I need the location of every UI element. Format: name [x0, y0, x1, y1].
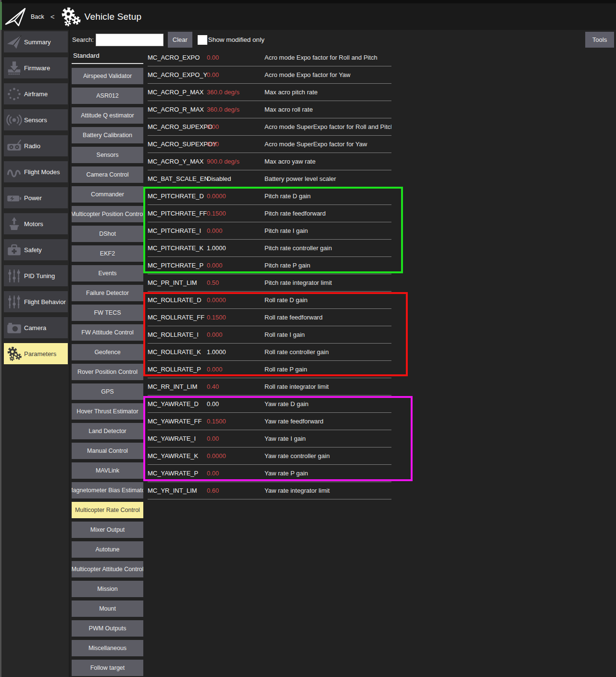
tuning-sliders-icon: [4, 268, 24, 284]
sidebar-item[interactable]: Camera: [4, 317, 68, 338]
parameter-value: 0.00: [207, 400, 264, 408]
show-modified-label: Show modified only: [208, 36, 264, 43]
sidebar-item[interactable]: Airframe: [4, 83, 68, 104]
category-button[interactable]: Rover Position Control: [72, 364, 143, 380]
category-button[interactable]: Attitude Q estimator: [72, 107, 143, 124]
sidebar-item[interactable]: Radio: [4, 135, 68, 156]
category-button-label: FW Attitude Control: [81, 329, 133, 336]
sidebar-item[interactable]: Power: [4, 187, 68, 208]
parameter-row[interactable]: MC_ROLLRATE_K 1.0000 Roll rate controlle…: [148, 344, 391, 361]
category-button-label: Hover Thrust Estimator: [76, 408, 138, 415]
category-button[interactable]: FW Attitude Control: [72, 324, 143, 341]
clear-button[interactable]: Clear: [168, 32, 192, 48]
parameter-row[interactable]: MC_YAWRATE_K 0.0000 Yaw rate controller …: [148, 447, 391, 465]
category-button[interactable]: MAVLink: [72, 462, 143, 479]
parameter-row[interactable]: MC_PITCHRATE_K 1.0000 Pitch rate control…: [148, 240, 391, 257]
parameter-value: 1.0000: [207, 348, 264, 356]
category-button-label: Manual Control: [87, 447, 128, 454]
category-button-label: Geofence: [94, 349, 120, 356]
search-input[interactable]: [96, 34, 163, 46]
sidebar-item[interactable]: Parameters: [4, 343, 68, 364]
parameter-description: Yaw rate I gain: [264, 435, 391, 442]
parameter-name: MC_BAT_SCALE_EN: [148, 175, 207, 182]
category-button-label: Camera Control: [86, 171, 128, 178]
category-button[interactable]: Camera Control: [72, 166, 143, 183]
parameter-row[interactable]: MC_ACRO_EXPO 0.00 Acro mode Expo factor …: [148, 49, 391, 66]
parameter-row[interactable]: MC_PITCHRATE_I 0.000 Pitch rate I gain: [148, 222, 391, 240]
category-button[interactable]: Commander: [72, 186, 143, 203]
parameter-name: MC_YAWRATE_D: [148, 400, 207, 408]
sidebar-item[interactable]: Firmware: [4, 57, 68, 78]
category-button[interactable]: Mount: [72, 600, 143, 617]
parameter-row[interactable]: MC_ACRO_P_MAX 360.0 deg/s Max acro pitch…: [148, 84, 391, 101]
category-button[interactable]: Multicopter Attitude Control: [72, 561, 143, 577]
parameter-row[interactable]: MC_YAWRATE_I 0.00 Yaw rate I gain: [148, 430, 391, 447]
category-button-label: Events: [98, 270, 116, 277]
parameter-row[interactable]: MC_ACRO_Y_MAX 900.0 deg/s Max acro yaw r…: [148, 153, 391, 170]
parameter-value: 0.1500: [207, 210, 264, 217]
category-button[interactable]: Geofence: [72, 344, 143, 360]
parameter-row[interactable]: MC_ROLLRATE_FF 0.1500 Roll rate feedforw…: [148, 309, 391, 326]
tools-button[interactable]: Tools: [585, 32, 614, 48]
category-button[interactable]: Magnetometer Bias Estimator: [72, 482, 143, 498]
parameter-name: MC_ACRO_EXPO: [148, 54, 207, 61]
parameter-row[interactable]: MC_ACRO_EXPO_Y 0.00 Acro mode Expo facto…: [148, 66, 391, 84]
parameter-row[interactable]: MC_BAT_SCALE_EN Disabled Battery power l…: [148, 170, 391, 188]
sidebar-item[interactable]: Motors: [4, 213, 68, 234]
category-button[interactable]: Events: [72, 265, 143, 281]
parameter-row[interactable]: MC_ACRO_SUPEXPOY 0.00 Acro mode SuperExp…: [148, 136, 391, 153]
category-button[interactable]: Mixer Output: [72, 522, 143, 538]
sidebar-item[interactable]: Flight Behavior: [4, 291, 68, 312]
parameter-row[interactable]: MC_PITCHRATE_D 0.0000 Pitch rate D gain: [148, 188, 391, 205]
category-button-label: Multicopter Attitude Control: [72, 566, 143, 573]
parameter-row[interactable]: MC_RR_INT_LIM 0.40 Roll rate integrator …: [148, 378, 391, 396]
category-button[interactable]: Hover Thrust Estimator: [72, 403, 143, 420]
category-button[interactable]: FW TECS: [72, 305, 143, 321]
parameter-row[interactable]: MC_ACRO_SUPEXPO 0.00 Acro mode SuperExpo…: [148, 118, 391, 136]
parameter-row[interactable]: MC_ACRO_R_MAX 360.0 deg/s Max acro roll …: [148, 101, 391, 118]
qgc-logo-icon[interactable]: [4, 7, 26, 27]
category-button[interactable]: Airspeed Validator: [72, 68, 143, 84]
gears-icon: [4, 346, 24, 362]
category-button[interactable]: Follow target: [72, 660, 143, 676]
back-button[interactable]: Back: [31, 13, 44, 20]
sidebar-item[interactable]: Sensors: [4, 109, 68, 130]
category-button[interactable]: Battery Calibration: [72, 127, 143, 143]
category-button[interactable]: PWM Outputs: [72, 620, 143, 637]
show-modified-checkbox[interactable]: [198, 35, 207, 45]
parameter-name: MC_PITCHRATE_P: [148, 262, 207, 269]
parameter-row[interactable]: MC_PR_INT_LIM 0.50 Pitch rate integrator…: [148, 274, 391, 292]
sidebar-item[interactable]: Summary: [4, 31, 68, 52]
parameter-name: MC_YAWRATE_K: [148, 452, 207, 460]
parameter-row[interactable]: MC_YAWRATE_P 0.00 Yaw rate P gain: [148, 465, 391, 482]
sidebar-item[interactable]: Flight Modes: [4, 161, 68, 182]
category-button[interactable]: GPS: [72, 383, 143, 400]
sidebar-item[interactable]: PID Tuning: [4, 265, 68, 286]
category-button[interactable]: Miscellaneous: [72, 640, 143, 656]
category-button[interactable]: EKF2: [72, 245, 143, 262]
category-button[interactable]: Multicopter Position Control: [72, 206, 143, 222]
parameter-name: MC_RR_INT_LIM: [148, 383, 207, 390]
parameter-row[interactable]: MC_YAWRATE_FF 0.1500 Yaw rate feedforwar…: [148, 413, 391, 430]
category-button[interactable]: Multicopter Rate Control: [72, 502, 143, 518]
category-button[interactable]: Manual Control: [72, 443, 143, 459]
parameter-description: Acro mode SuperExpo factor for Roll and …: [264, 123, 391, 130]
category-button[interactable]: ASR012: [72, 88, 143, 104]
category-button[interactable]: Mission: [72, 581, 143, 597]
sidebar-item[interactable]: Safety: [4, 239, 68, 260]
parameter-row[interactable]: MC_ROLLRATE_I 0.000 Roll rate I gain: [148, 326, 391, 344]
category-button-label: GPS: [101, 388, 113, 395]
parameter-row[interactable]: MC_PITCHRATE_P 0.000 Pitch rate P gain: [148, 257, 391, 274]
parameter-description: Pitch rate integrator limit: [264, 279, 391, 286]
parameter-row[interactable]: MC_YR_INT_LIM 0.60 Yaw rate integrator l…: [148, 482, 391, 499]
parameter-row[interactable]: MC_ROLLRATE_P 0.000 Roll rate P gain: [148, 361, 391, 378]
category-button[interactable]: Sensors: [72, 147, 143, 163]
category-button[interactable]: Land Detector: [72, 423, 143, 439]
category-button[interactable]: Autotune: [72, 541, 143, 558]
parameter-row[interactable]: MC_ROLLRATE_D 0.0000 Roll rate D gain: [148, 292, 391, 309]
category-button[interactable]: Failure Detector: [72, 285, 143, 301]
category-button[interactable]: DShot: [72, 226, 143, 242]
category-button-label: PWM Outputs: [89, 625, 126, 632]
parameter-row[interactable]: MC_YAWRATE_D 0.00 Yaw rate D gain: [148, 396, 391, 413]
parameter-row[interactable]: MC_PITCHRATE_FF 0.1500 Pitch rate feedfo…: [148, 205, 391, 222]
